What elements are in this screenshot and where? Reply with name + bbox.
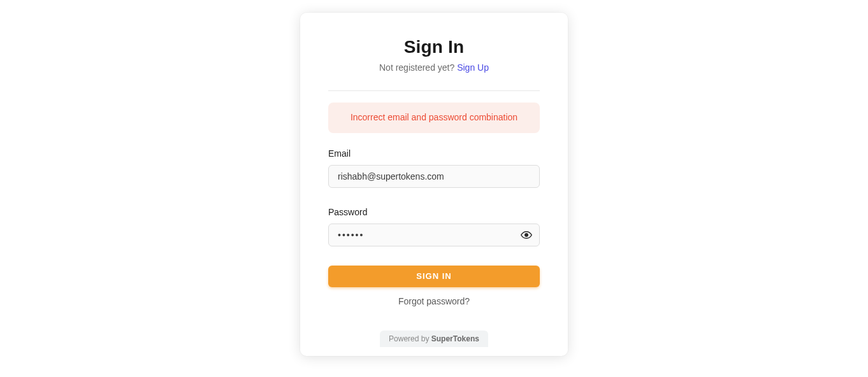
- divider: [328, 90, 540, 91]
- signin-button[interactable]: SIGN IN: [328, 266, 540, 287]
- password-input-wrap: [328, 224, 540, 246]
- show-password-icon[interactable]: [521, 229, 532, 241]
- password-input[interactable]: [328, 224, 540, 246]
- email-input-wrap: [328, 165, 540, 188]
- footer-badge: Powered by SuperTokens: [328, 331, 540, 347]
- signup-link[interactable]: Sign Up: [457, 62, 489, 73]
- not-registered-text: Not registered yet?: [379, 62, 457, 73]
- brand-name: SuperTokens: [431, 334, 479, 343]
- email-label: Email: [328, 148, 540, 159]
- powered-by-badge[interactable]: Powered by SuperTokens: [380, 331, 488, 347]
- password-field-group: Password: [328, 207, 540, 246]
- email-field-group: Email: [328, 148, 540, 188]
- password-label: Password: [328, 207, 540, 217]
- subtitle-row: Not registered yet? Sign Up: [328, 62, 540, 73]
- forgot-password-link[interactable]: Forgot password?: [328, 296, 540, 306]
- error-message: Incorrect email and password combination: [328, 103, 540, 133]
- email-input[interactable]: [328, 165, 540, 188]
- page-title: Sign In: [328, 37, 540, 57]
- powered-by-text: Powered by: [389, 334, 431, 343]
- signin-card: Sign In Not registered yet? Sign Up Inco…: [300, 13, 568, 356]
- svg-point-0: [525, 233, 528, 236]
